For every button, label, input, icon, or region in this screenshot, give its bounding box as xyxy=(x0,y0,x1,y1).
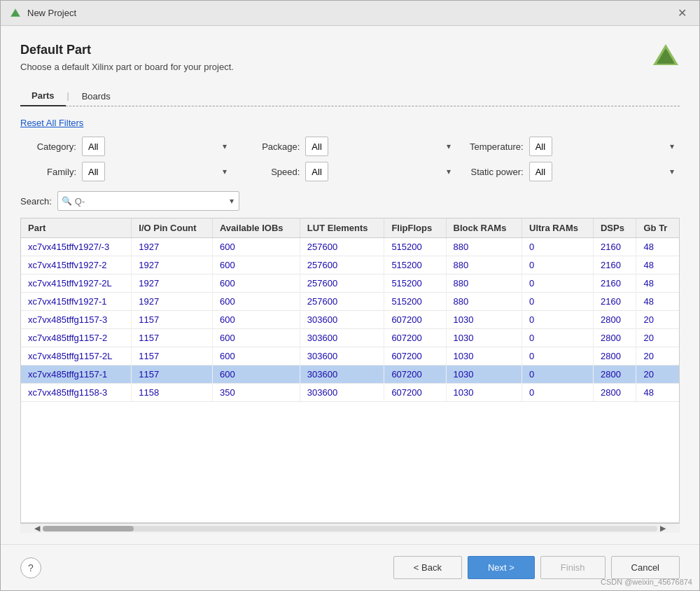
col-uram: Ultra RAMs xyxy=(522,218,594,238)
table-cell: xc7vx415tffv1927-2L xyxy=(21,274,132,293)
static-power-select[interactable]: All xyxy=(529,162,552,181)
table-cell: 2160 xyxy=(593,293,636,311)
table-row[interactable]: xc7vx415tffv1927-21927600257600515200880… xyxy=(21,256,679,274)
table-cell: 257600 xyxy=(300,256,384,274)
table-row[interactable]: xc7vx485tffg1157-21157600303600607200103… xyxy=(21,329,679,347)
horizontal-scrollbar[interactable]: ◀ ▶ xyxy=(20,523,680,533)
table-cell: xc7vx485tffg1157-1 xyxy=(21,366,132,384)
table-row[interactable]: xc7vx415tffv1927-11927600257600515200880… xyxy=(21,293,679,311)
category-select-wrapper: All xyxy=(82,137,232,156)
scroll-right-arrow-icon[interactable]: ▶ xyxy=(660,524,666,533)
table-cell: 0 xyxy=(522,366,594,384)
table-cell: 257600 xyxy=(300,293,384,311)
table-cell: 1157 xyxy=(132,329,213,347)
table-cell: 303600 xyxy=(300,311,384,329)
reset-filters-link[interactable]: Reset All Filters xyxy=(20,118,680,128)
scroll-track[interactable] xyxy=(43,526,657,531)
table-row[interactable]: xc7vx415tffv1927-2L192760025760051520088… xyxy=(21,274,679,293)
table-cell: xc7vx485tffg1157-3 xyxy=(21,311,132,329)
speed-select[interactable]: All xyxy=(305,162,328,181)
table-cell: 1158 xyxy=(132,384,213,402)
table-cell: 2160 xyxy=(593,256,636,274)
family-select[interactable]: All xyxy=(82,162,105,181)
table-cell: 1030 xyxy=(446,347,522,366)
col-part: Part xyxy=(21,218,132,238)
tab-boards[interactable]: Boards xyxy=(71,87,122,106)
temperature-select-wrapper: All xyxy=(529,137,680,156)
category-select[interactable]: All xyxy=(82,137,105,156)
table-cell: 2800 xyxy=(593,366,636,384)
speed-select-wrapper: All xyxy=(305,162,456,181)
temperature-select[interactable]: All xyxy=(529,137,552,156)
package-select-wrapper: All xyxy=(305,137,456,156)
static-power-filter: Static power: All xyxy=(468,162,680,181)
temperature-filter: Temperature: All xyxy=(468,137,680,156)
col-gb-tr: Gb Tr xyxy=(636,218,679,238)
table-cell: 0 xyxy=(522,311,594,329)
help-button[interactable]: ? xyxy=(20,557,41,578)
close-button[interactable]: ✕ xyxy=(673,5,691,21)
table-cell: 880 xyxy=(446,274,522,293)
static-power-label: Static power: xyxy=(468,167,524,177)
table-row[interactable]: xc7vx485tffg1157-2L115760030360060720010… xyxy=(21,347,679,366)
parts-table-container: Part I/O Pin Count Available IOBs LUT El… xyxy=(20,218,680,523)
table-cell: 515200 xyxy=(384,256,446,274)
table-cell: 515200 xyxy=(384,238,446,256)
table-cell: 0 xyxy=(522,347,594,366)
table-scroll-area[interactable]: Part I/O Pin Count Available IOBs LUT El… xyxy=(21,218,679,522)
table-cell: 607200 xyxy=(384,329,446,347)
search-input[interactable] xyxy=(57,191,239,211)
xilinx-logo xyxy=(652,43,680,71)
col-avail-iobs: Available IOBs xyxy=(212,218,300,238)
table-cell: 2160 xyxy=(593,238,636,256)
parts-table: Part I/O Pin Count Available IOBs LUT El… xyxy=(21,218,679,402)
next-button[interactable]: Next > xyxy=(468,556,535,579)
table-cell: 20 xyxy=(636,366,679,384)
table-cell: 600 xyxy=(212,347,300,366)
app-icon xyxy=(9,7,22,20)
footer: ? < Back Next > Finish Cancel xyxy=(1,544,699,590)
table-cell: 2800 xyxy=(593,329,636,347)
table-cell: 607200 xyxy=(384,347,446,366)
dialog: New Project ✕ Default Part Choose a defa… xyxy=(0,0,700,591)
search-row: Search: 🔍 ▾ xyxy=(20,191,680,211)
back-button[interactable]: < Back xyxy=(393,556,462,579)
col-ff: FlipFlops xyxy=(384,218,446,238)
table-row[interactable]: xc7vx415tffv1927/-3192760025760051520088… xyxy=(21,238,679,256)
table-cell: 303600 xyxy=(300,329,384,347)
table-row[interactable]: xc7vx485tffg1157-11157600303600607200103… xyxy=(21,366,679,384)
static-power-select-wrapper: All xyxy=(529,162,680,181)
header-row: Part I/O Pin Count Available IOBs LUT El… xyxy=(21,218,679,238)
category-label: Category: xyxy=(20,141,76,152)
table-cell: xc7vx415tffv1927-2 xyxy=(21,256,132,274)
table-cell: 0 xyxy=(522,329,594,347)
col-bram: Block RAMs xyxy=(446,218,522,238)
category-filter: Category: All xyxy=(20,137,232,156)
search-icon: 🔍 xyxy=(62,196,72,206)
svg-marker-1 xyxy=(11,10,20,16)
table-cell: xc7vx485tffg1157-2 xyxy=(21,329,132,347)
scroll-thumb[interactable] xyxy=(43,526,134,531)
tab-parts[interactable]: Parts xyxy=(20,86,66,106)
table-cell: 1927 xyxy=(132,238,213,256)
table-cell: xc7vx485tffg1157-2L xyxy=(21,347,132,366)
table-cell: 880 xyxy=(446,238,522,256)
table-cell: 303600 xyxy=(300,347,384,366)
table-row[interactable]: xc7vx485tffg1157-31157600303600607200103… xyxy=(21,311,679,329)
tabs-container: Parts | Boards xyxy=(20,86,680,106)
finish-button[interactable]: Finish xyxy=(540,556,606,579)
table-cell: 600 xyxy=(212,311,300,329)
table-cell: 48 xyxy=(636,384,679,402)
content-area: Default Part Choose a default Xilinx par… xyxy=(1,26,699,544)
cancel-button[interactable]: Cancel xyxy=(611,556,680,579)
scroll-left-arrow-icon[interactable]: ◀ xyxy=(34,524,40,533)
table-cell: 48 xyxy=(636,256,679,274)
dialog-title: New Project xyxy=(27,8,76,18)
package-select[interactable]: All xyxy=(305,137,328,156)
speed-label: Speed: xyxy=(244,167,300,177)
table-row[interactable]: xc7vx485tffg1158-31158350303600607200103… xyxy=(21,384,679,402)
table-cell: 1927 xyxy=(132,274,213,293)
watermark: CSDN @weixin_45676874 xyxy=(601,578,692,586)
table-cell: 515200 xyxy=(384,274,446,293)
table-cell: 257600 xyxy=(300,238,384,256)
